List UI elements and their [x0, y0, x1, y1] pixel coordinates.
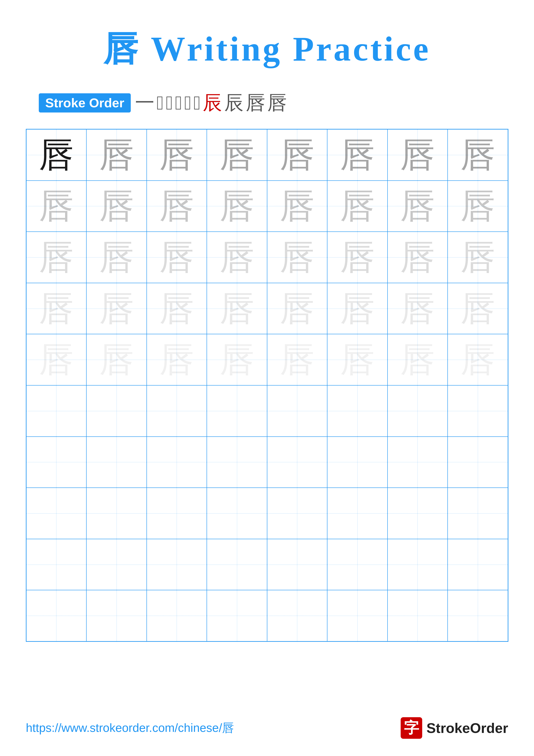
- grid-cell-empty[interactable]: [388, 590, 448, 641]
- grid-cell-empty[interactable]: [447, 590, 508, 641]
- grid-cell-empty[interactable]: [87, 539, 147, 590]
- grid-cell[interactable]: 唇: [447, 232, 508, 283]
- grid-cell-empty[interactable]: [207, 437, 267, 488]
- grid-cell-empty[interactable]: [26, 539, 87, 590]
- grid-cell[interactable]: 唇: [447, 180, 508, 232]
- grid-cell-empty[interactable]: [267, 437, 327, 488]
- grid-cell[interactable]: 唇: [207, 129, 267, 180]
- grid-cell[interactable]: 唇: [207, 334, 267, 385]
- grid-cell[interactable]: 唇: [147, 129, 207, 180]
- grid-cell[interactable]: 唇: [147, 283, 207, 334]
- grid-cell-empty[interactable]: [147, 590, 207, 641]
- grid-cell-empty[interactable]: [147, 385, 207, 437]
- grid-cell-empty[interactable]: [447, 437, 508, 488]
- grid-cell-empty[interactable]: [26, 385, 87, 437]
- grid-cell[interactable]: 唇: [267, 334, 327, 385]
- grid-cell[interactable]: 唇: [26, 180, 87, 232]
- practice-char: 唇: [340, 291, 375, 326]
- grid-cell[interactable]: 唇: [327, 232, 388, 283]
- grid-cell-empty[interactable]: [388, 437, 448, 488]
- grid-cell[interactable]: 唇: [26, 283, 87, 334]
- stroke-sequence: 一 𠄌 𠃊 𠃋 𠃍 𠃎 辰 辰 唇 唇: [135, 90, 287, 116]
- grid-cell[interactable]: 唇: [147, 334, 207, 385]
- grid-cell-empty[interactable]: [447, 488, 508, 539]
- grid-cell[interactable]: 唇: [447, 283, 508, 334]
- practice-char: 唇: [280, 240, 314, 275]
- grid-cell-empty[interactable]: [388, 385, 448, 437]
- grid-cell[interactable]: 唇: [388, 129, 448, 180]
- grid-cell-empty[interactable]: [26, 590, 87, 641]
- grid-cell[interactable]: 唇: [447, 334, 508, 385]
- grid-cell[interactable]: 唇: [26, 334, 87, 385]
- grid-cell-empty[interactable]: [327, 385, 388, 437]
- grid-cell[interactable]: 唇: [87, 334, 147, 385]
- grid-cell[interactable]: 唇: [87, 283, 147, 334]
- practice-char: 唇: [99, 189, 134, 223]
- grid-cell-empty[interactable]: [267, 385, 327, 437]
- grid-cell-empty[interactable]: [327, 539, 388, 590]
- grid-cell[interactable]: 唇: [447, 129, 508, 180]
- stroke-4: 𠃋: [175, 92, 182, 114]
- grid-cell[interactable]: 唇: [267, 129, 327, 180]
- grid-cell[interactable]: 唇: [388, 334, 448, 385]
- grid-cell-empty[interactable]: [207, 590, 267, 641]
- grid-cell[interactable]: 唇: [207, 283, 267, 334]
- grid-cell[interactable]: 唇: [388, 283, 448, 334]
- practice-char: 唇: [159, 342, 194, 377]
- grid-cell[interactable]: 唇: [147, 232, 207, 283]
- grid-cell-empty[interactable]: [147, 539, 207, 590]
- grid-cell[interactable]: 唇: [327, 129, 388, 180]
- grid-cell-empty[interactable]: [327, 488, 388, 539]
- grid-cell[interactable]: 唇: [87, 232, 147, 283]
- grid-cell[interactable]: 唇: [267, 180, 327, 232]
- practice-char: 唇: [99, 291, 134, 326]
- grid-cell-empty[interactable]: [267, 488, 327, 539]
- grid-cell-empty[interactable]: [388, 488, 448, 539]
- stroke-2: 𠄌: [157, 92, 164, 114]
- stroke-8: 辰: [224, 90, 243, 116]
- practice-char: 唇: [400, 240, 435, 275]
- stroke-5: 𠃍: [184, 92, 191, 114]
- grid-cell-empty[interactable]: [447, 539, 508, 590]
- practice-char: 唇: [99, 138, 134, 172]
- grid-cell[interactable]: 唇: [327, 180, 388, 232]
- grid-cell-empty[interactable]: [87, 488, 147, 539]
- grid-cell[interactable]: 唇: [207, 180, 267, 232]
- practice-char: 唇: [220, 189, 254, 223]
- grid-cell-empty[interactable]: [26, 437, 87, 488]
- grid-cell[interactable]: 唇: [327, 283, 388, 334]
- grid-cell[interactable]: 唇: [207, 232, 267, 283]
- grid-cell-empty[interactable]: [147, 488, 207, 539]
- grid-cell[interactable]: 唇: [26, 232, 87, 283]
- grid-cell-empty[interactable]: [267, 590, 327, 641]
- grid-cell[interactable]: 唇: [388, 232, 448, 283]
- grid-cell-empty[interactable]: [327, 590, 388, 641]
- footer-logo: 字 StrokeOrder: [401, 717, 508, 739]
- grid-cell[interactable]: 唇: [87, 180, 147, 232]
- grid-cell-empty[interactable]: [26, 488, 87, 539]
- practice-char: 唇: [220, 291, 254, 326]
- grid-cell[interactable]: 唇: [388, 180, 448, 232]
- grid-cell-empty[interactable]: [388, 539, 448, 590]
- grid-cell-empty[interactable]: [147, 437, 207, 488]
- grid-cell[interactable]: 唇: [87, 129, 147, 180]
- grid-cell-empty[interactable]: [267, 539, 327, 590]
- practice-char: 唇: [39, 291, 73, 326]
- practice-char: 唇: [39, 342, 73, 377]
- grid-cell-empty[interactable]: [207, 385, 267, 437]
- practice-char: 唇: [280, 138, 314, 172]
- grid-cell[interactable]: 唇: [327, 334, 388, 385]
- grid-cell[interactable]: 唇: [267, 283, 327, 334]
- grid-cell-empty[interactable]: [87, 437, 147, 488]
- grid-cell-empty[interactable]: [207, 488, 267, 539]
- grid-cell[interactable]: 唇: [26, 129, 87, 180]
- grid-cell-empty[interactable]: [87, 385, 147, 437]
- practice-char: 唇: [159, 291, 194, 326]
- grid-cell-empty[interactable]: [207, 539, 267, 590]
- practice-char: 唇: [400, 342, 435, 377]
- grid-cell-empty[interactable]: [447, 385, 508, 437]
- grid-cell-empty[interactable]: [87, 590, 147, 641]
- grid-cell-empty[interactable]: [327, 437, 388, 488]
- grid-cell[interactable]: 唇: [267, 232, 327, 283]
- grid-cell[interactable]: 唇: [147, 180, 207, 232]
